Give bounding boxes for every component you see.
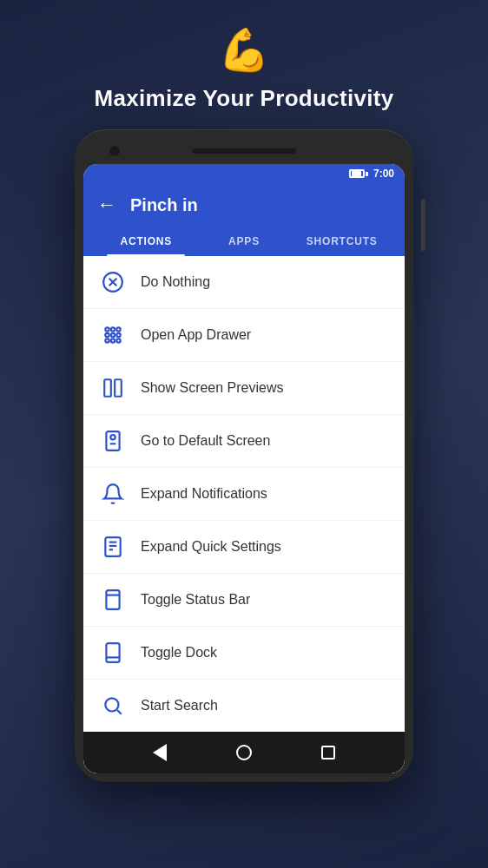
action-label-start-search: Start Search — [141, 698, 218, 713]
back-triangle-icon — [153, 744, 167, 761]
nav-recents-button[interactable] — [318, 742, 339, 763]
quick-settings-icon — [101, 535, 125, 559]
action-item-do-nothing[interactable]: Do Nothing — [83, 256, 405, 309]
app-toolbar: ← Pinch in ACTIONS APPS SHORTCUTS — [83, 183, 405, 256]
tab-actions[interactable]: ACTIONS — [97, 227, 195, 256]
svg-rect-21 — [106, 590, 119, 609]
action-label-show-screen-previews: Show Screen Previews — [141, 380, 284, 396]
back-button[interactable]: ← — [97, 194, 116, 216]
svg-point-5 — [116, 327, 120, 331]
svg-rect-12 — [104, 379, 111, 397]
action-label-toggle-status-bar: Toggle Status Bar — [141, 592, 250, 608]
action-item-toggle-status-bar[interactable]: Toggle Status Bar — [83, 574, 405, 627]
svg-point-7 — [111, 333, 115, 337]
bell-icon — [101, 482, 125, 506]
toolbar-top: ← Pinch in — [97, 194, 391, 227]
dock-icon — [101, 641, 125, 665]
action-label-toggle-dock: Toggle Dock — [141, 645, 217, 661]
status-bar: 7:00 — [83, 164, 405, 183]
emoji-icon: 💪 — [218, 26, 270, 75]
screen-preview-icon — [101, 376, 125, 400]
svg-point-8 — [116, 333, 120, 337]
action-item-expand-notifications[interactable]: Expand Notifications — [83, 468, 405, 521]
side-button — [421, 199, 425, 251]
battery-icon — [349, 169, 368, 178]
svg-point-11 — [116, 339, 120, 342]
tab-shortcuts[interactable]: SHORTCUTS — [293, 227, 391, 256]
phone-screen: 7:00 ← Pinch in ACTIONS APPS SHORTCUTS — [83, 164, 405, 773]
action-label-open-app-drawer: Open App Drawer — [141, 327, 251, 343]
svg-point-15 — [110, 435, 115, 439]
svg-point-3 — [105, 327, 109, 331]
search-icon — [101, 694, 125, 718]
header-title: Maximize Your Productivity — [95, 85, 394, 112]
action-label-go-to-default-screen: Go to Default Screen — [141, 433, 270, 449]
speaker-bar — [192, 148, 296, 154]
home-icon — [101, 429, 125, 453]
action-item-go-to-default-screen[interactable]: Go to Default Screen — [83, 415, 405, 468]
phone-top-bar — [83, 143, 405, 164]
svg-point-25 — [105, 698, 118, 711]
status-time: 7:00 — [373, 168, 394, 180]
action-item-start-search[interactable]: Start Search — [83, 680, 405, 732]
grid-icon — [101, 323, 125, 347]
tab-apps[interactable]: APPS — [195, 227, 293, 256]
svg-point-9 — [105, 339, 109, 342]
header-section: 💪 Maximize Your Productivity — [77, 0, 412, 129]
phone-bottom-bar — [83, 732, 405, 773]
nav-back-button[interactable] — [149, 742, 170, 763]
svg-point-4 — [111, 327, 115, 331]
svg-rect-13 — [115, 379, 122, 397]
action-item-open-app-drawer[interactable]: Open App Drawer — [83, 309, 405, 362]
actions-list: Do Nothing Op — [83, 256, 405, 732]
home-circle-icon — [236, 745, 252, 760]
recents-square-icon — [321, 746, 335, 760]
action-label-do-nothing: Do Nothing — [141, 274, 210, 290]
svg-point-10 — [111, 339, 115, 342]
svg-point-6 — [105, 333, 109, 337]
nav-home-button[interactable] — [234, 742, 254, 763]
svg-rect-23 — [106, 643, 119, 662]
phone-wrapper: 7:00 ← Pinch in ACTIONS APPS SHORTCUTS — [75, 129, 413, 782]
action-label-expand-notifications: Expand Notifications — [141, 486, 267, 502]
toolbar-title: Pinch in — [130, 195, 198, 215]
x-circle-icon — [101, 270, 125, 294]
action-item-expand-quick-settings[interactable]: Expand Quick Settings — [83, 521, 405, 574]
tabs-row: ACTIONS APPS SHORTCUTS — [97, 227, 391, 256]
action-item-toggle-dock[interactable]: Toggle Dock — [83, 627, 405, 680]
svg-line-26 — [117, 710, 122, 714]
phone-top-icon — [101, 588, 125, 612]
action-item-show-screen-previews[interactable]: Show Screen Previews — [83, 362, 405, 415]
action-label-expand-quick-settings: Expand Quick Settings — [141, 539, 281, 555]
camera-dot — [109, 146, 120, 156]
